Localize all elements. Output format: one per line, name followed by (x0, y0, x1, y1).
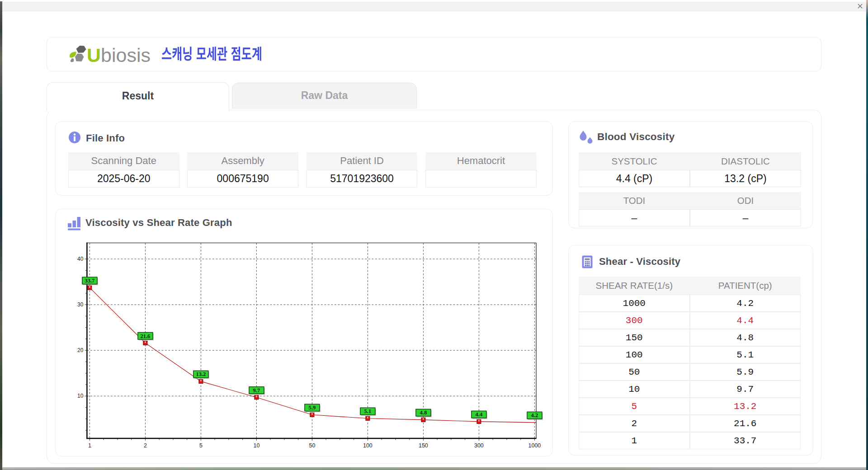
svg-text:4.4: 4.4 (476, 411, 483, 418)
svg-text:2: 2 (144, 442, 147, 449)
svg-text:10: 10 (253, 442, 259, 449)
svg-text:40: 40 (77, 256, 84, 262)
svg-text:30: 30 (77, 301, 84, 308)
svg-text:4.2: 4.2 (531, 412, 538, 418)
svg-text:100: 100 (363, 442, 373, 449)
svg-text:20: 20 (77, 347, 84, 353)
svg-text:5.9: 5.9 (309, 404, 316, 411)
svg-text:33.7: 33.7 (85, 277, 94, 284)
svg-text:50: 50 (309, 442, 315, 449)
svg-text:10: 10 (77, 393, 84, 399)
svg-text:5: 5 (199, 442, 203, 449)
svg-text:21.6: 21.6 (140, 333, 150, 339)
svg-text:150: 150 (419, 442, 428, 449)
svg-text:biosis: biosis (101, 44, 151, 66)
svg-text:1: 1 (88, 442, 91, 449)
svg-text:9.7: 9.7 (253, 387, 260, 394)
svg-text:300: 300 (474, 442, 484, 449)
svg-text:4.8: 4.8 (420, 409, 427, 416)
svg-text:U: U (87, 44, 101, 66)
svg-text:13.2: 13.2 (196, 371, 206, 377)
svg-text:5.1: 5.1 (364, 408, 372, 414)
svg-text:1000: 1000 (528, 442, 541, 449)
